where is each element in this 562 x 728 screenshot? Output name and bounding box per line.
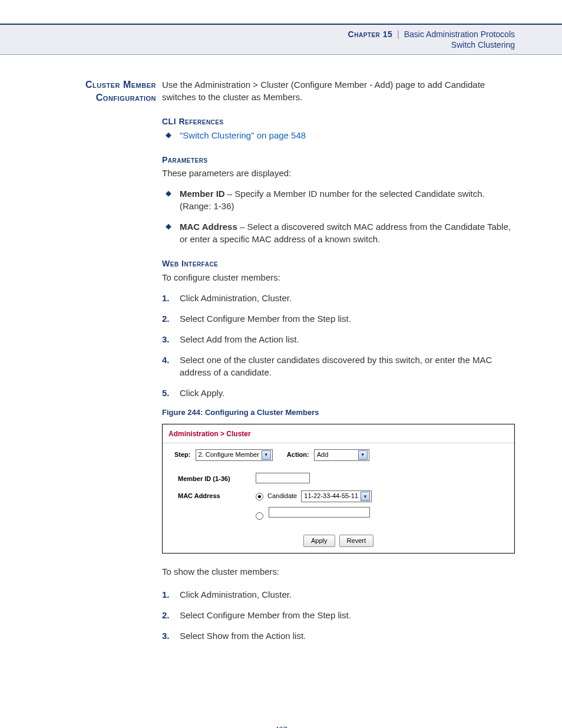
step-select-value: 2. Configure Member bbox=[199, 450, 259, 459]
revert-button[interactable]: Revert bbox=[339, 535, 373, 547]
chevron-down-icon: ▼ bbox=[358, 450, 368, 460]
cli-references-list: "Switch Clustering" on page 548 bbox=[162, 129, 515, 141]
action-select[interactable]: Add ▼ bbox=[314, 449, 369, 461]
parameters-list: Member ID – Specify a Member ID number f… bbox=[162, 187, 515, 245]
chapter-label: Chapter 15 bbox=[348, 29, 393, 39]
section-title: Cluster Member Configuration bbox=[0, 78, 162, 105]
cli-reference-link[interactable]: "Switch Clustering" on page 548 bbox=[180, 130, 306, 140]
header-separator: | bbox=[397, 29, 399, 39]
list-item: 5.Click Apply. bbox=[162, 387, 515, 399]
section-title-line1: Cluster Member bbox=[85, 80, 156, 90]
cluster-config-panel: Administration > Cluster Step: 2. Config… bbox=[162, 424, 515, 554]
chevron-down-icon: ▼ bbox=[262, 450, 271, 460]
header-subtitle: Switch Clustering bbox=[0, 40, 515, 50]
list-item: MAC Address – Select a discovered switch… bbox=[162, 220, 515, 245]
page-header: Chapter 15 | Basic Administration Protoc… bbox=[0, 24, 562, 55]
parameters-heading: Parameters bbox=[162, 154, 515, 166]
show-steps-list: 1.Click Administration, Cluster. 2.Selec… bbox=[162, 588, 515, 642]
action-select-value: Add bbox=[317, 450, 329, 459]
list-item: 1.Click Administration, Cluster. bbox=[162, 588, 515, 601]
list-item: Member ID – Specify a Member ID number f… bbox=[162, 187, 515, 212]
candidate-select[interactable]: 11-22-33-44-55-11 ▼ bbox=[301, 490, 372, 502]
main-column: Use the Administration > Cluster (Config… bbox=[162, 78, 515, 650]
candidate-radio[interactable] bbox=[256, 493, 263, 500]
list-item: 3.Select Show from the Action list. bbox=[162, 630, 515, 642]
list-item: 4.Select one of the cluster candidates d… bbox=[162, 354, 515, 378]
step-text: Click Administration, Cluster. bbox=[180, 293, 292, 303]
manual-mac-radio[interactable] bbox=[256, 512, 263, 520]
list-item: 2.Select Configure Member from the Step … bbox=[162, 312, 515, 325]
show-members-intro: To show the cluster members: bbox=[162, 565, 515, 578]
panel-buttons: Apply Revert bbox=[163, 530, 514, 553]
page-number: – 407 – bbox=[0, 725, 562, 728]
mac-address-label: MAC Address bbox=[174, 488, 252, 505]
step-text: Select one of the cluster candidates dis… bbox=[180, 355, 492, 377]
step-text: Select Configure Member from the Step li… bbox=[180, 610, 351, 620]
web-interface-heading: Web Interface bbox=[162, 258, 515, 270]
step-text: Click Administration, Cluster. bbox=[180, 589, 292, 599]
step-text: Select Add from the Action list. bbox=[180, 334, 299, 344]
step-select[interactable]: 2. Configure Member ▼ bbox=[196, 449, 273, 461]
action-label: Action: bbox=[287, 450, 309, 459]
content-area: Cluster Member Configuration Use the Adm… bbox=[0, 55, 562, 650]
list-item: 1.Click Administration, Cluster. bbox=[162, 292, 515, 304]
candidate-label: Candidate bbox=[267, 492, 297, 499]
parameters-intro: These parameters are displayed: bbox=[162, 167, 515, 179]
list-item: "Switch Clustering" on page 548 bbox=[162, 129, 515, 141]
step-label: Step: bbox=[174, 450, 191, 459]
param-name: Member ID bbox=[180, 189, 225, 199]
member-id-label: Member ID (1-36) bbox=[174, 470, 252, 488]
member-id-input[interactable] bbox=[256, 473, 310, 483]
list-item: 2.Select Configure Member from the Step … bbox=[162, 609, 515, 621]
step-text: Select Show from the Action list. bbox=[180, 631, 306, 641]
param-desc: – Specify a Member ID number for the sel… bbox=[180, 189, 485, 211]
step-text: Click Apply. bbox=[180, 388, 224, 398]
panel-form: Member ID (1-36) MAC Address Candidate 1… bbox=[163, 467, 514, 530]
document-page: Chapter 15 | Basic Administration Protoc… bbox=[0, 24, 562, 728]
chevron-down-icon: ▼ bbox=[361, 492, 370, 501]
cli-references-heading: CLI References bbox=[162, 116, 515, 128]
list-item: 3.Select Add from the Action list. bbox=[162, 333, 515, 345]
section-title-line2: Configuration bbox=[96, 93, 156, 103]
web-interface-intro: To configure cluster members: bbox=[162, 271, 515, 284]
step-text: Select Configure Member from the Step li… bbox=[180, 314, 351, 324]
configure-steps-list: 1.Click Administration, Cluster. 2.Selec… bbox=[162, 292, 515, 399]
panel-toolbar: Step: 2. Configure Member ▼ Action: Add … bbox=[163, 443, 514, 467]
intro-paragraph: Use the Administration > Cluster (Config… bbox=[162, 78, 515, 103]
manual-mac-input[interactable] bbox=[269, 507, 370, 518]
figure-caption: Figure 244: Configuring a Cluster Member… bbox=[162, 407, 515, 418]
apply-button[interactable]: Apply bbox=[303, 535, 335, 547]
breadcrumb: Administration > Cluster bbox=[163, 424, 514, 443]
header-title: Basic Administration Protocols bbox=[404, 29, 515, 39]
candidate-select-value: 11-22-33-44-55-11 bbox=[304, 492, 358, 500]
param-name: MAC Address bbox=[180, 222, 237, 232]
